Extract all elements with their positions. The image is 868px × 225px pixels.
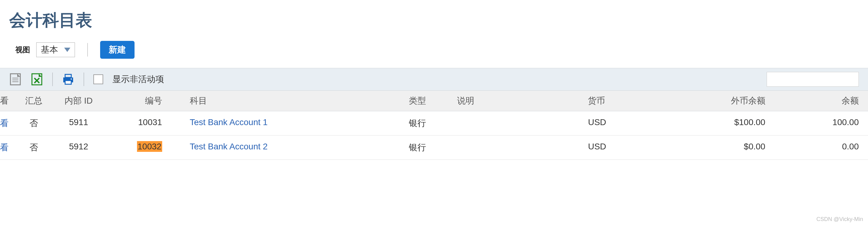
- summary-cell: 否: [17, 136, 51, 160]
- highlighted-number: 10032: [137, 141, 162, 152]
- col-header-number[interactable]: 编号: [106, 91, 168, 111]
- print-icon[interactable]: [62, 73, 74, 85]
- balance-cell: 0.00: [772, 136, 868, 160]
- show-inactive-label: 显示非活动项: [113, 74, 164, 85]
- summary-cell: 否: [17, 111, 51, 136]
- new-button[interactable]: 新建: [100, 41, 134, 59]
- view-label: 视图: [16, 45, 30, 55]
- show-inactive-checkbox[interactable]: [93, 75, 103, 84]
- divider: [87, 43, 88, 57]
- number-cell: 10031: [106, 111, 168, 136]
- subject-link[interactable]: Test Bank Account 2: [168, 136, 403, 160]
- col-header-currency[interactable]: 货币: [582, 91, 658, 111]
- action-bar: 显示非活动项: [0, 68, 868, 91]
- svg-point-11: [71, 78, 72, 80]
- internal-id-cell: 5912: [51, 136, 106, 160]
- view-link[interactable]: 看: [0, 136, 17, 160]
- view-select[interactable]: 基本: [36, 43, 75, 57]
- svg-rect-8: [65, 75, 71, 78]
- number-cell: 10032: [106, 136, 168, 160]
- foreign-balance-cell: $100.00: [658, 111, 771, 136]
- divider: [84, 73, 84, 86]
- accounts-table: 看 汇总 内部 ID 编号 科目 类型 说明 货币 外币余额 余额 看否5911…: [0, 91, 868, 160]
- col-header-foreign-balance[interactable]: 外币余额: [658, 91, 771, 111]
- divider: [52, 73, 53, 86]
- table-row: 看否591110031Test Bank Account 1银行USD$100.…: [0, 111, 868, 136]
- svg-marker-0: [64, 48, 70, 52]
- description-cell: [451, 111, 582, 136]
- currency-cell: USD: [582, 111, 658, 136]
- toolbar: 视图 基本 新建: [0, 38, 868, 68]
- table-header-row: 看 汇总 内部 ID 编号 科目 类型 说明 货币 外币余额 余额: [0, 91, 868, 111]
- subject-link[interactable]: Test Bank Account 1: [168, 111, 403, 136]
- type-cell: 银行: [403, 111, 451, 136]
- table-row: 看否591210032Test Bank Account 2银行USD$0.00…: [0, 136, 868, 160]
- page-title: 会计科目表: [0, 0, 868, 38]
- view-select-value: 基本: [41, 44, 58, 56]
- balance-cell: 100.00: [772, 111, 868, 136]
- col-header-balance[interactable]: 余额: [772, 91, 868, 111]
- svg-rect-10: [65, 81, 71, 84]
- internal-id-cell: 5911: [51, 111, 106, 136]
- chevron-down-icon: [64, 48, 70, 52]
- col-header-subject[interactable]: 科目: [168, 91, 403, 111]
- col-header-summary[interactable]: 汇总: [17, 91, 51, 111]
- description-cell: [451, 136, 582, 160]
- col-header-view[interactable]: 看: [0, 91, 17, 111]
- currency-cell: USD: [582, 136, 658, 160]
- foreign-balance-cell: $0.00: [658, 136, 771, 160]
- document-icon[interactable]: [9, 73, 22, 85]
- col-header-description[interactable]: 说明: [451, 91, 582, 111]
- search-input[interactable]: [767, 72, 859, 87]
- view-link[interactable]: 看: [0, 111, 17, 136]
- col-header-type[interactable]: 类型: [403, 91, 451, 111]
- type-cell: 银行: [403, 136, 451, 160]
- excel-export-icon[interactable]: [31, 73, 43, 85]
- col-header-internal-id[interactable]: 内部 ID: [51, 91, 106, 111]
